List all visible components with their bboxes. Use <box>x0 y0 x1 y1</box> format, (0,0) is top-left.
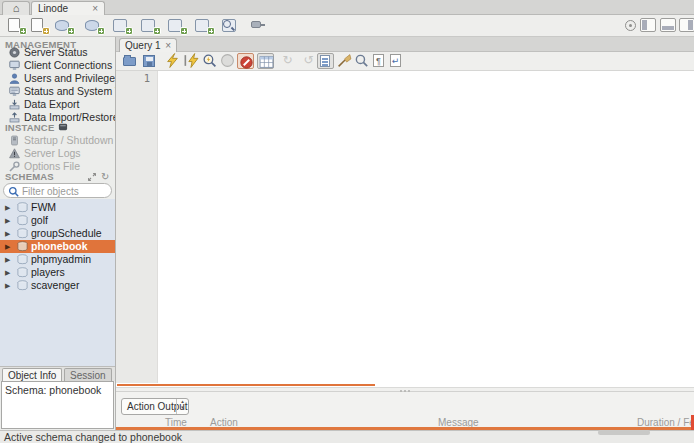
schema-row-groupschedule[interactable]: ▶ groupSchedule <box>0 227 115 240</box>
connection-tab[interactable]: Linode × <box>31 1 105 15</box>
expander-icon[interactable]: ▶ <box>5 253 10 266</box>
reconnect-database-button[interactable] <box>247 17 271 35</box>
explain-plan-button[interactable] <box>202 53 219 69</box>
users-privileges-icon <box>9 73 20 84</box>
search-table-data-button[interactable] <box>219 17 243 35</box>
create-table-button[interactable] <box>82 17 106 35</box>
expander-icon[interactable]: ▶ <box>5 227 10 240</box>
invisible-characters-icon: ¶ <box>373 54 384 67</box>
close-icon[interactable]: × <box>165 41 171 51</box>
plus-badge-icon <box>125 27 133 35</box>
open-badge-icon <box>42 27 50 35</box>
system-variables-icon <box>9 86 20 97</box>
schema-icon <box>16 202 29 213</box>
home-tab[interactable]: ⌂ <box>2 1 30 15</box>
query-tab[interactable]: Query 1 × <box>119 38 177 52</box>
expander-icon[interactable]: ▶ <box>5 266 10 279</box>
rollback-icon: ↺ <box>300 53 317 68</box>
create-trigger-button[interactable] <box>192 17 216 35</box>
home-icon: ⌂ <box>3 2 29 14</box>
expander-icon[interactable]: ▶ <box>5 214 10 227</box>
plus-badge-icon <box>67 27 75 35</box>
save-script-button[interactable] <box>141 53 158 69</box>
output-selector[interactable]: Action Output ▲ ▼ <box>121 398 189 415</box>
plus-badge-icon <box>97 27 105 35</box>
show-invisibles-button[interactable]: ¶ <box>371 53 388 69</box>
data-export-icon <box>9 99 20 110</box>
refresh-schemas-icon[interactable]: ↻ <box>101 171 109 182</box>
expander-icon[interactable]: ▶ <box>5 240 10 253</box>
toggle-right-sidebar-button[interactable] <box>679 18 694 32</box>
schema-name: scavenger <box>31 279 79 292</box>
toggle-autocommit-button[interactable] <box>317 53 334 69</box>
sidebar-item-label: Server Status <box>24 46 88 59</box>
open-sql-file-button[interactable] <box>122 53 139 69</box>
sql-editor-area: Query 1 × ↻ ↺ ¶ ↵ 1 <box>116 37 694 430</box>
line-number-gutter: 1 <box>116 71 158 383</box>
tab-object-info[interactable]: Object Info <box>2 368 62 382</box>
toggle-word-wrap-button[interactable]: ↵ <box>388 53 405 69</box>
schema-row-scavenger[interactable]: ▶ scavenger <box>0 279 115 292</box>
limit-rows-button[interactable] <box>257 53 274 69</box>
sidebar-item-client-connections[interactable]: Client Connections <box>0 59 115 72</box>
open-sql-script-button[interactable] <box>27 17 51 35</box>
execute-current-button[interactable] <box>184 53 201 69</box>
schema-row-fwm[interactable]: ▶ FWM <box>0 201 115 214</box>
commit-button[interactable]: ↻ <box>279 53 296 69</box>
dropdown-spinner-icon[interactable]: ▲ ▼ <box>176 399 188 414</box>
instance-section-title: INSTANCE <box>5 122 54 133</box>
query-toolbar: ↻ ↺ ¶ ↵ <box>116 52 694 71</box>
server-logs-icon <box>9 148 20 159</box>
schema-row-phpmyadmin[interactable]: ▶ phpmyadmin <box>0 253 115 266</box>
execute-all-button[interactable] <box>165 53 182 69</box>
sidebar-item-server-status[interactable]: Server Status <box>0 46 115 59</box>
sidebar-item-system-variables[interactable]: Status and System Variables <box>0 85 115 98</box>
create-function-button[interactable] <box>165 17 189 35</box>
sidebar-item-label: Users and Privileges <box>24 72 115 85</box>
rollback-button[interactable]: ↺ <box>300 53 317 69</box>
horizontal-scrollbar-thumb[interactable] <box>598 430 650 435</box>
close-icon[interactable]: × <box>92 4 98 14</box>
object-info-text: Schema: phonebook <box>5 384 101 396</box>
main-toolbar <box>0 15 694 37</box>
toggle-left-sidebar-button[interactable] <box>640 18 656 32</box>
plug-icon <box>251 21 261 28</box>
sidebar-item-data-export[interactable]: Data Export <box>0 98 115 111</box>
schema-icon <box>16 254 29 265</box>
toggle-output-area-button[interactable] <box>660 18 676 32</box>
create-schema-button[interactable] <box>52 17 76 35</box>
sidebar-item-label: Status and System Variables <box>24 85 115 98</box>
sidebar-item-label: Client Connections <box>24 59 112 72</box>
folder-icon <box>123 57 136 66</box>
schema-icon <box>16 215 29 226</box>
commit-icon: ↻ <box>279 53 296 68</box>
beautify-sql-button[interactable] <box>337 53 354 69</box>
schema-row-golf[interactable]: ▶ golf <box>0 214 115 227</box>
schema-filter-input[interactable] <box>22 185 108 197</box>
create-view-button[interactable] <box>110 17 134 35</box>
sidebar-item-label: Data Export <box>24 98 79 111</box>
create-procedure-button[interactable] <box>138 17 162 35</box>
window-tab-bar: ⌂ Linode × <box>0 0 694 15</box>
sidebar-item-users-privileges[interactable]: Users and Privileges <box>0 72 115 85</box>
stop-query-button[interactable] <box>220 53 237 69</box>
schema-row-players[interactable]: ▶ players <box>0 266 115 279</box>
toggle-stop-on-error-button[interactable] <box>237 53 254 69</box>
spinner-down-icon: ▼ <box>177 405 188 411</box>
new-sql-tab-button[interactable] <box>4 17 28 35</box>
tab-session[interactable]: Session <box>64 368 112 382</box>
editor-scroll-indicator <box>117 384 375 386</box>
search-icon <box>223 20 231 28</box>
expander-icon[interactable]: ▶ <box>5 279 10 292</box>
sidebar-item-startup-shutdown[interactable]: Startup / Shutdown <box>0 134 115 147</box>
schema-icon <box>16 267 29 278</box>
sidebar-item-label: Server Logs <box>24 147 81 160</box>
client-connections-icon <box>9 60 20 71</box>
expander-icon[interactable]: ▶ <box>5 201 10 214</box>
sidebar-item-server-logs[interactable]: Server Logs <box>0 147 115 160</box>
schema-row-phonebook-selected[interactable]: ▶ phonebook <box>0 240 115 253</box>
find-button[interactable] <box>354 53 371 69</box>
expand-schemas-icon[interactable] <box>87 172 97 182</box>
schema-name: groupSchedule <box>31 227 102 240</box>
navigator-sidebar: MANAGEMENT Server Status Client Connecti… <box>0 37 116 430</box>
